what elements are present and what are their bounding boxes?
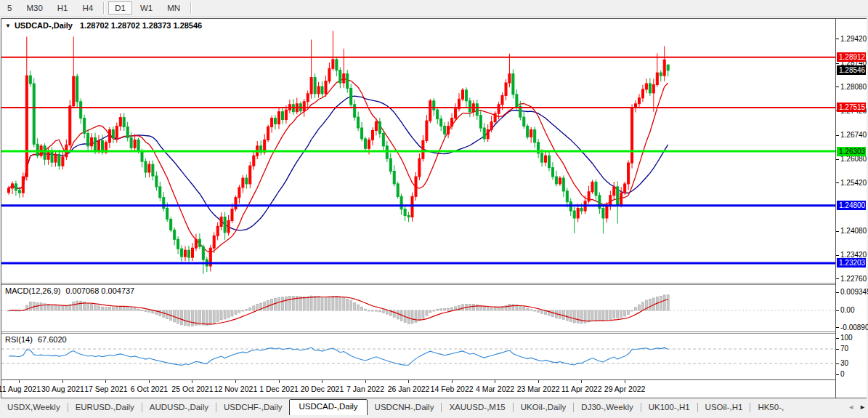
- macd-name: MACD(12,26,9): [5, 286, 60, 295]
- chart-tab-hk50[interactable]: HK50-,: [750, 401, 791, 414]
- chart-window[interactable]: 11 Aug 202130 Aug 202117 Sep 20216 Oct 2…: [1, 18, 867, 398]
- price-tick-label: 1.26740: [840, 131, 867, 140]
- date-tick-mark: [62, 380, 63, 383]
- tab-scroll-left-icon[interactable]: ◄: [848, 403, 854, 411]
- axis-tick-mark: [836, 231, 839, 232]
- axis-tick-mark: [836, 363, 839, 364]
- moving-averages-layer: [9, 79, 668, 252]
- price-tick-label: 1.24080: [840, 227, 867, 236]
- rsi-tick-label: 70: [840, 345, 848, 353]
- chart-tab-usdcad-daily[interactable]: USDCAD-,Daily: [289, 399, 367, 415]
- macd-histogram-layer: [8, 295, 670, 326]
- axis-tick-mark: [836, 374, 839, 375]
- date-tick-mark: [105, 380, 106, 383]
- macd-tick-label: 0.009345: [840, 288, 868, 297]
- ma-slow-line: [9, 96, 668, 230]
- price-badge-1.26303: 1.26303: [837, 147, 866, 156]
- timeframe-button-w1[interactable]: W1: [134, 1, 159, 15]
- tab-scroll-right-icon[interactable]: ►: [859, 403, 866, 411]
- rsi-tick-label: 100: [840, 334, 853, 342]
- date-axis[interactable]: 11 Aug 202130 Aug 202117 Sep 20216 Oct 2…: [1, 380, 835, 398]
- price-badge-1.24800: 1.24800: [837, 201, 866, 210]
- date-tick-mark: [581, 380, 582, 383]
- axis-tick-mark: [836, 278, 839, 279]
- timeframe-button-mn[interactable]: MN: [161, 1, 187, 15]
- rsi-value: 67.6020: [38, 335, 67, 344]
- chart-tab-dj30-weekly[interactable]: DJ30-,Weekly: [574, 401, 640, 414]
- date-tick-mark: [19, 380, 20, 383]
- timeframe-button-d1[interactable]: D1: [108, 1, 132, 15]
- chart-title: ▼ USDCAD-,Daily 1.28702 1.28702 1.28373 …: [5, 21, 202, 30]
- rsi-indicator-label: RSI(14)67.6020: [5, 335, 67, 344]
- axis-tick-mark: [836, 182, 839, 183]
- axis-tick-mark: [836, 63, 839, 64]
- chart-tab-usdchf-daily[interactable]: USDCHF-,Daily: [216, 401, 290, 414]
- date-tick-mark: [192, 380, 192, 383]
- axis-tick-mark: [836, 255, 839, 256]
- date-tick-mark: [279, 380, 280, 383]
- chart-tabbar: USDX,WeeklyEURUSD-,DailyAUDUSD-,DailyUSD…: [0, 399, 868, 415]
- chart-symbol-label: USDCAD-,Daily: [15, 21, 73, 30]
- macd-tick-label: 0.00: [840, 306, 854, 315]
- macd-values: 0.007068 0.004737: [65, 286, 134, 295]
- date-tick-mark: [235, 380, 236, 383]
- chart-ohlc-quote: 1.28702 1.28702 1.28373 1.28546: [80, 21, 202, 30]
- chart-tab-ukoil-daily[interactable]: UKOil-,Daily: [514, 401, 574, 414]
- timeframe-toolbar: 5M30H1H4D1W1MN: [0, 0, 868, 17]
- timeframe-button-5[interactable]: 5: [1, 1, 18, 15]
- date-tick-mark: [538, 380, 539, 383]
- macd-tick-label: -0.008902: [840, 323, 868, 332]
- date-tick-mark: [495, 380, 495, 383]
- axis-tick-mark: [836, 159, 839, 160]
- chart-tab-xauusd-m15[interactable]: XAUUSD-,M15: [442, 401, 512, 414]
- toolbar-separator: [190, 2, 192, 14]
- chart-tab-usdx-weekly[interactable]: USDX,Weekly: [0, 401, 68, 414]
- rsi-tick-label: 0: [840, 370, 845, 379]
- axis-tick-mark: [836, 135, 839, 136]
- axis-tick-mark: [836, 310, 839, 311]
- chart-tab-usoil-h1[interactable]: USOil-,H1: [698, 401, 750, 414]
- toolbar-separator: [103, 2, 105, 14]
- chart-dropdown-icon[interactable]: ▼: [5, 23, 11, 29]
- chart-tab-eurusd-daily[interactable]: EURUSD-,Daily: [68, 401, 142, 414]
- rsi-name: RSI(14): [5, 335, 33, 344]
- date-tick-mark: [322, 380, 323, 383]
- price-badge-1.28912: 1.28912: [837, 52, 866, 62]
- date-label: 29 Apr 2022: [599, 385, 650, 393]
- rsi-pane[interactable]: [1, 334, 835, 379]
- axis-tick-mark: [836, 292, 839, 293]
- price-tick-label: 1.26080: [840, 155, 867, 164]
- price-badge-1.23203: 1.23203: [837, 258, 866, 268]
- macd-indicator-label: MACD(12,26,9)0.007068 0.004737: [5, 286, 134, 295]
- tab-scroll-arrows: ◄ ►: [845, 399, 866, 415]
- date-tick-mark: [625, 380, 625, 383]
- price-tick-label: 1.29420: [840, 35, 867, 44]
- date-tick-mark: [149, 380, 150, 383]
- rsi-line: [9, 347, 668, 365]
- axis-tick-mark: [836, 39, 839, 39]
- timeframe-button-h4[interactable]: H4: [76, 1, 100, 15]
- axis-tick-mark: [836, 349, 839, 350]
- chart-tab-usdcnh-daily[interactable]: USDCNH-,Daily: [368, 401, 442, 414]
- chart-tab-audusd-daily[interactable]: AUDUSD-,Daily: [142, 401, 216, 414]
- rsi-tick-label: 30: [840, 359, 848, 368]
- price-tick-label: 1.22760: [840, 275, 867, 284]
- date-tick-mark: [452, 380, 453, 383]
- candlesticks-layer: [8, 31, 670, 274]
- price-tick-label: 1.25420: [840, 179, 867, 188]
- axis-tick-mark: [836, 87, 839, 87]
- price-badge-1.28546: 1.28546: [837, 65, 866, 75]
- mt4-terminal: 5M30H1H4D1W1MN 11 Aug 202130 Aug 202117 …: [0, 0, 868, 418]
- price-axis[interactable]: 1.294201.287401.280801.274201.267401.260…: [835, 19, 867, 398]
- date-tick-mark: [365, 380, 366, 383]
- timeframe-button-m30[interactable]: M30: [20, 1, 49, 15]
- price-badge-1.27515: 1.27515: [837, 103, 866, 112]
- date-tick-mark: [408, 380, 409, 383]
- axis-tick-mark: [836, 338, 839, 339]
- price-pane[interactable]: [1, 19, 835, 283]
- price-tick-label: 1.28080: [840, 83, 867, 92]
- chart-tab-uk100-h1[interactable]: UK100-,H1: [641, 401, 697, 414]
- axis-tick-mark: [836, 327, 839, 328]
- timeframe-button-h1[interactable]: H1: [51, 1, 75, 15]
